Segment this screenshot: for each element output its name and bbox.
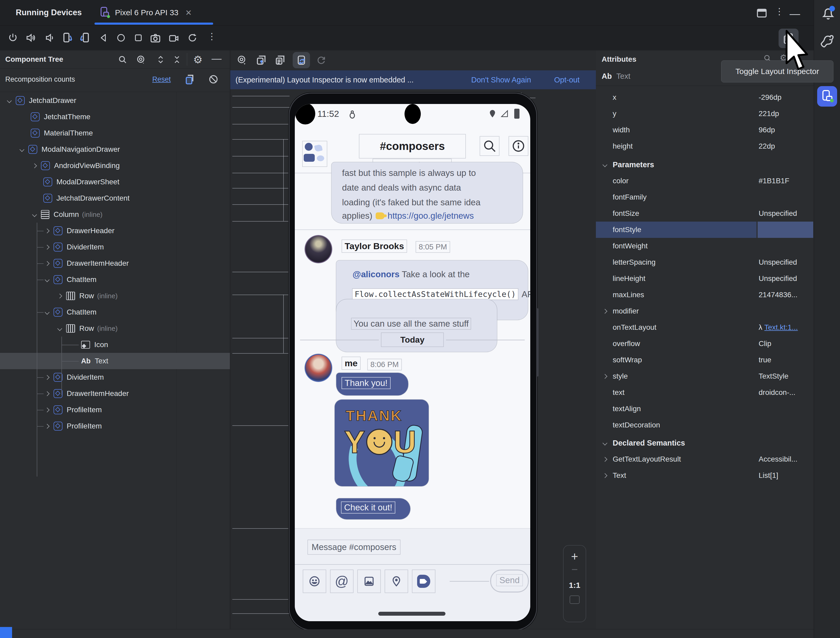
toolbar-more-icon[interactable]: ⋮ [207,32,216,41]
tree-item-chatitem[interactable]: ChatItem [0,304,230,320]
selected-text-element[interactable]: Check it out! [341,501,395,513]
device-screen[interactable]: 11:52 #composer [295,104,530,621]
thank-you-sticker[interactable]: THANK Y U [335,400,429,486]
tab-pixel-6-pro[interactable]: Pixel 6 Pro API 33 ✕ [100,5,192,21]
tree-item-icon[interactable]: Icon [0,336,230,353]
chevron-right-icon[interactable] [45,424,49,428]
tree-item-draweritemheader[interactable]: DrawerItemHeader [0,385,230,402]
chevron-right-icon[interactable] [45,375,49,380]
chevron-right-icon[interactable] [602,457,607,461]
tree-item-text[interactable]: AbText [0,353,230,369]
tree-item-androidviewbinding[interactable]: AndroidViewBinding [0,158,230,174]
recomposition-layers-icon[interactable] [184,73,196,86]
snapshot-reset-icon[interactable] [187,32,198,43]
layers-list-icon[interactable] [274,54,286,66]
home-indicator[interactable] [378,612,445,616]
running-devices-stripe-button[interactable] [817,86,837,107]
attr-row-fontstyle[interactable]: fontStyle [596,222,814,238]
tree-item-chatitem[interactable]: ChatItem [0,272,230,288]
search-icon[interactable] [480,137,499,155]
info-icon[interactable] [509,137,528,155]
attr-row-maxlines[interactable]: maxLines21474836... [596,287,814,303]
tree-item-row[interactable]: Row(inline) [0,320,230,336]
attr-section-parameters[interactable]: Parameters [596,156,814,173]
minimize-icon[interactable]: — [789,8,800,20]
attr-row-fontsize[interactable]: fontSizeUnspecified [596,205,814,222]
live-updates-button[interactable] [293,52,310,68]
emoji-button[interactable] [303,570,326,592]
tree-item-profileitem[interactable]: ProfileItem [0,402,230,418]
chevron-down-icon[interactable] [32,212,37,217]
attr-section-declared-semantics[interactable]: Declared Semantics [596,435,814,451]
tree-item-divideritem[interactable]: DividerItem [0,369,230,385]
tree-item-drawerheader[interactable]: DrawerHeader [0,223,230,239]
attr-row-overflow[interactable]: overflowClip [596,336,814,352]
chevron-right-icon[interactable] [45,407,49,412]
chat-bubble-me[interactable]: Thank you! [336,373,408,395]
chevron-down-icon[interactable] [57,326,62,331]
rotate-right-icon[interactable] [79,32,92,44]
gradle-elephant-icon[interactable] [819,33,835,49]
attr-value[interactable]: λ Text.kt:1... [759,323,798,332]
chevron-down-icon[interactable] [7,98,11,103]
attr-row-softwrap[interactable]: softWraptrue [596,352,814,368]
screen-record-icon[interactable] [168,33,180,44]
avatar-taylor-brooks[interactable] [305,235,332,263]
chevron-right-icon[interactable] [602,473,607,478]
chevron-down-icon[interactable] [19,147,24,152]
tree-item-column[interactable]: Column(inline) [0,206,230,223]
export-snapshot-icon[interactable] [256,54,267,66]
video-button[interactable] [412,570,435,592]
tree-item-jetchattheme[interactable]: JetchatTheme [0,109,230,125]
expand-all-icon[interactable] [156,55,165,65]
chevron-right-icon[interactable] [32,163,37,168]
volume-down-icon[interactable] [44,32,55,43]
device-mirror-pixel-6-pro[interactable]: 11:52 #composer [289,93,537,630]
attr-row-lineheight[interactable]: lineHeightUnspecified [596,270,814,287]
volume-up-icon[interactable] [25,32,36,43]
no-recomposition-icon[interactable] [208,74,219,85]
attr-row-y[interactable]: y221dp [596,106,814,122]
layout-windows-icon[interactable] [756,7,767,19]
attach-image-button[interactable] [358,570,381,592]
back-icon[interactable] [99,33,109,43]
chevron-right-icon[interactable] [57,294,62,298]
settings-gear-icon[interactable]: ⚙ [193,54,203,66]
chevron-down-icon[interactable] [45,277,49,282]
search-icon[interactable] [118,55,128,65]
tree-item-modaldrawersheet[interactable]: ModalDrawerSheet [0,174,230,190]
chevron-down-icon[interactable] [602,441,607,445]
attr-row-textalign[interactable]: textAlign [596,401,814,417]
tab-close-icon[interactable]: ✕ [185,8,192,17]
attr-row-letterspacing[interactable]: letterSpacingUnspecified [596,254,814,270]
send-button[interactable]: Send [491,570,528,592]
chat-bubble[interactable]: fast but this sample is always up to dat… [332,162,523,223]
dont-show-again-link[interactable]: Don't Show Again [471,76,531,84]
notifications-bell-icon[interactable] [821,5,835,21]
tree-item-jetchatdrawer[interactable]: JetchatDrawer [0,92,230,109]
attr-row-fontfamily[interactable]: fontFamily [596,189,814,205]
zoom-reset-button[interactable]: 1:1 [564,581,586,590]
attr-row-style[interactable]: styleTextStyle [596,368,814,384]
chevron-down-icon[interactable] [602,162,607,167]
location-button[interactable] [385,570,408,592]
message-link[interactable]: https://goo.gle/jetnews [388,211,474,221]
power-icon[interactable] [7,32,18,43]
mention[interactable]: @aliconors [352,269,399,279]
attr-row-fontweight[interactable]: fontWeight [596,238,814,254]
chevron-right-icon[interactable] [45,391,49,396]
attr-row-text[interactable]: textdroidcon-... [596,384,814,401]
rotate-left-icon[interactable] [61,32,73,44]
tree-item-jetchatdrawercontent[interactable]: JetchatDrawerContent [0,190,230,206]
chevron-right-icon[interactable] [602,309,607,313]
mention-button[interactable]: @ [330,570,353,592]
tree-item-modalnavigationdrawer[interactable]: ModalNavigationDrawer [0,141,230,158]
avatar-me[interactable] [305,354,332,382]
home-icon[interactable] [116,33,126,43]
attr-row-width[interactable]: width96dp [596,122,814,138]
attr-row-color[interactable]: color#1B1B1F [596,173,814,189]
attr-row-x[interactable]: x-296dp [596,89,814,106]
attr-row-text[interactable]: TextList[1] [596,467,814,483]
workspace-corner-widget[interactable] [0,627,12,638]
chat-bubble-me[interactable]: Check it out! [336,498,410,520]
